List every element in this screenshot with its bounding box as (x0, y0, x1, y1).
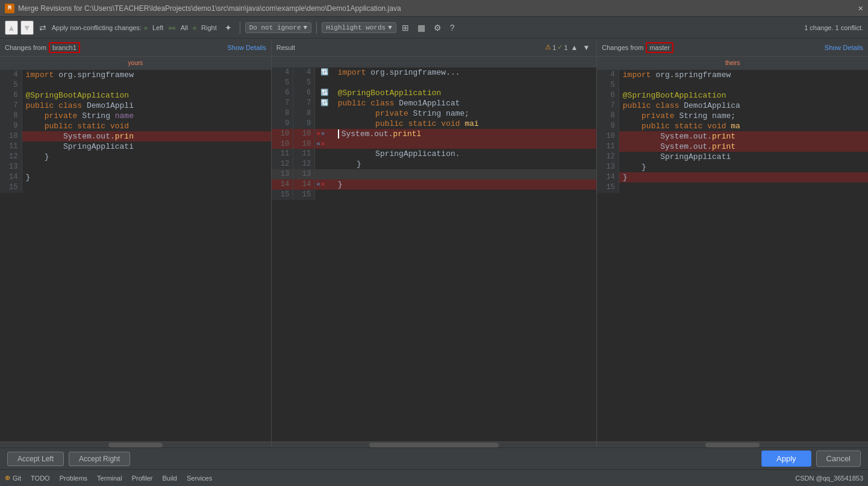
table-row: 9 public static void ma (597, 121, 868, 131)
table-row: 13 (0, 162, 271, 172)
left-button[interactable]: Left (150, 23, 166, 33)
reject-left-btn[interactable]: ✕ (316, 129, 320, 137)
right-changes-from: Changes from (602, 44, 643, 51)
close-button[interactable]: ✕ (858, 3, 863, 13)
all-button[interactable]: All (178, 23, 190, 33)
center-title: Result (276, 44, 295, 51)
right-branch-badge: master (646, 42, 673, 53)
center-panel-header: Result ⚠ 1 ✓ 1 ▲ ▼ (272, 39, 597, 57)
eq-icon[interactable]: ⊞ (399, 21, 412, 34)
apply-button[interactable]: Apply (761, 450, 811, 467)
table-row: 11 11 SpringApplication. (272, 149, 596, 159)
left-panel-header: Changes from branch1 Show Details (0, 39, 271, 57)
table-row-conflict: 14 } (597, 172, 868, 182)
app-icon: M (5, 4, 14, 13)
divider-1 (240, 22, 240, 34)
do-not-ignore-select[interactable]: Do not ignore ▼ (245, 22, 311, 33)
settings-icon[interactable]: ⚙ (431, 21, 445, 34)
table-row: 9 9 public static void mai (272, 119, 596, 129)
table-row: 12 12 } (272, 159, 596, 169)
table-row-conflict: 14 14 « ✕ } (272, 179, 596, 190)
right-show-details[interactable]: Show Details (825, 44, 863, 51)
left-yours-label: yours (0, 57, 271, 70)
accept-right-button[interactable]: Accept Right (69, 452, 130, 466)
table-row: 6 @SpringBootApplication (0, 90, 271, 101)
services-status[interactable]: Services (187, 475, 212, 482)
center-code-table: 4 4 🔃 import org.springframew... 5 5 6 6… (272, 67, 597, 200)
left-scrollbar-track (108, 443, 163, 447)
table-row-conflict: 11 System.out.print (597, 142, 868, 152)
reject-right-btn[interactable]: ✕ (321, 140, 325, 148)
help-icon[interactable]: ? (447, 21, 458, 34)
center-code-area[interactable]: 4 4 🔃 import org.springframew... 5 5 6 6… (272, 67, 597, 441)
toolbar: ▲ ▼ ⇄ Apply non-conflicting changes: » L… (0, 17, 868, 39)
git-status[interactable]: ⊕ Git (5, 474, 21, 482)
table-row: 8 private String name (0, 111, 271, 121)
accept-left-bottom[interactable]: « (316, 181, 320, 188)
table-row: 14 } (0, 172, 271, 182)
table-row: 6 6 🔃 @SpringBootApplication (272, 88, 596, 98)
table-row: 6 @SpringBootApplication (597, 90, 868, 101)
right-scrollbar[interactable] (597, 441, 868, 447)
grid-icon[interactable]: ▦ (414, 21, 428, 34)
table-row: 8 private String name; (597, 111, 868, 121)
table-row: 5 (0, 80, 271, 90)
magic-button[interactable]: ✦ (222, 21, 235, 34)
accept-left-button[interactable]: Accept Left (7, 452, 64, 466)
nav-down-button[interactable]: ▼ (581, 43, 592, 52)
terminal-status[interactable]: Terminal (97, 475, 122, 482)
left-changes-from: Changes from (5, 44, 46, 51)
table-row: 7 7 🔃 public class Demo1Applicat (272, 98, 596, 108)
table-row: 7 public class Demo1Appli (0, 101, 271, 111)
triple-arrow: »« (168, 24, 175, 31)
left-scrollbar[interactable] (0, 441, 271, 447)
left-show-details[interactable]: Show Details (227, 44, 266, 51)
watermark: CSDN @qq_36541853 (795, 475, 863, 482)
table-row-conflict: 10 System.out.print (597, 131, 868, 142)
table-row: 13 } (597, 162, 868, 172)
title-text: Merge Revisions for C:\Users\TEACHER\Ide… (18, 4, 401, 13)
up-button[interactable]: ▲ (5, 20, 18, 35)
table-row: 15 (597, 182, 868, 193)
sync-button[interactable]: ⇄ (36, 21, 49, 34)
right-panel: Changes from master Show Details theirs … (597, 39, 868, 447)
build-status[interactable]: Build (163, 475, 177, 482)
table-row-conflict: 10 10 ✕ » System.out.printl (272, 129, 596, 139)
apply-nonconflicting-label: Apply non-conflicting changes: (52, 24, 142, 31)
problems-status[interactable]: Problems (60, 475, 87, 482)
highlight-words-select[interactable]: Highlight words ▼ (322, 22, 396, 33)
right-scrollbar-track (705, 443, 760, 447)
right-button[interactable]: Right (199, 23, 219, 33)
divider-2 (316, 22, 317, 34)
reject-bottom[interactable]: ✕ (321, 180, 325, 188)
warning-icon: ⚠ (545, 43, 551, 51)
table-row: 12 } (0, 152, 271, 162)
left-code-area[interactable]: 4 import org.springframew 5 6 @SpringBoo… (0, 70, 271, 441)
table-row: 5 5 (272, 78, 596, 88)
down-button[interactable]: ▼ (20, 20, 34, 35)
accept-left-btn[interactable]: » (321, 130, 325, 137)
conflict-nav[interactable]: ⚠ 1 ✓ 1 ▲ ▼ (545, 43, 592, 52)
center-scrollbar[interactable] (272, 441, 597, 447)
table-row-conflict: 10 10 « ✕ (272, 139, 596, 149)
double-arrow-right: « (193, 24, 196, 31)
right-theirs-label: theirs (597, 57, 868, 70)
right-header-left: Changes from master (602, 42, 673, 53)
cancel-button[interactable]: Cancel (816, 450, 861, 467)
table-row: 8 8 private String name; (272, 108, 596, 119)
center-panel: Result ⚠ 1 ✓ 1 ▲ ▼ 4 4 🔃 import org.spri… (272, 39, 598, 447)
profiler-status[interactable]: Profiler (132, 475, 153, 482)
left-panel: Changes from branch1 Show Details yours … (0, 39, 272, 447)
bottom-bar: Accept Left Accept Right Apply Cancel (0, 447, 868, 469)
accept-right-btn[interactable]: « (316, 140, 320, 148)
table-row: 4 4 🔃 import org.springframew... (272, 67, 596, 78)
left-branch-badge: branch1 (49, 42, 80, 53)
center-scrollbar-track (369, 443, 499, 447)
nav-up-button[interactable]: ▲ (569, 43, 580, 52)
table-row: 12 SpringApplicati (597, 152, 868, 162)
todo-status[interactable]: TODO (31, 475, 50, 482)
right-panel-header: Changes from master Show Details (597, 39, 868, 57)
right-code-area[interactable]: 4 import org.springframew 5 6 @SpringBoo… (597, 70, 868, 441)
table-row: 9 public static void (0, 121, 271, 131)
table-row-gray: 13 13 (272, 169, 596, 179)
